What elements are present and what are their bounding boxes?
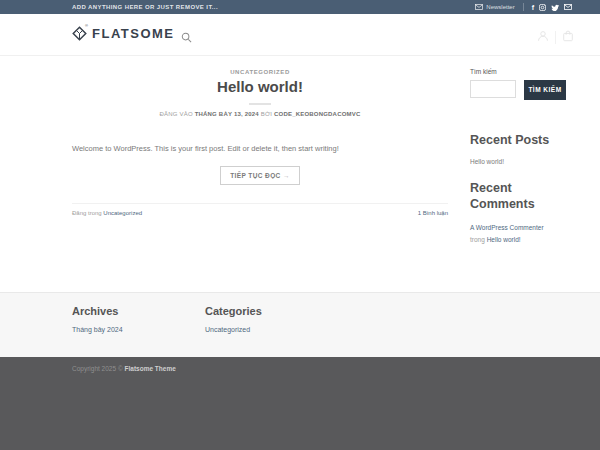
meta-posted-on: ĐĂNG VÀO — [160, 111, 193, 117]
logo-text: FLATSOME — [92, 26, 175, 41]
facebook-icon[interactable]: f — [532, 4, 534, 11]
post-footer-meta: Đăng trong Uncategorized 1 Bình luận — [72, 203, 448, 216]
site-logo[interactable]: ® FLATSOME — [72, 26, 175, 41]
read-more-button[interactable]: TIẾP TỤC ĐỌC → — [220, 166, 300, 185]
envelope-icon — [475, 4, 483, 10]
comment-in-label: trong — [470, 236, 485, 243]
comment-author-link[interactable]: A WordPress Commenter — [470, 224, 544, 231]
categories-link[interactable]: Uncategorized — [205, 326, 262, 333]
search-icon[interactable] — [181, 29, 192, 47]
post-title[interactable]: Hello world! — [72, 78, 448, 95]
comment-post-link[interactable]: Hello world! — [487, 236, 521, 243]
recent-comment-item: A WordPress Commenter trong Hello world! — [470, 222, 568, 245]
site-header: ® FLATSOME — [0, 14, 600, 56]
topbar-announcement: ADD ANYTHING HERE OR JUST REMOVE IT... — [72, 4, 218, 10]
topbar-right: Newsletter f — [475, 3, 572, 11]
account-icon[interactable] — [537, 28, 549, 46]
posted-in-label: Đăng trong — [72, 210, 102, 216]
search-widget: TÌM KIẾM — [470, 80, 568, 100]
newsletter-link[interactable]: Newsletter — [475, 4, 514, 10]
twitter-icon[interactable] — [551, 4, 559, 11]
recent-post-link[interactable]: Hello world! — [470, 158, 568, 165]
logo-registered-mark: ® — [85, 23, 88, 28]
header-right-icons — [537, 28, 574, 46]
posted-in-category-link[interactable]: Uncategorized — [103, 210, 142, 216]
topbar: ADD ANYTHING HERE OR JUST REMOVE IT... N… — [0, 0, 600, 14]
newsletter-label: Newsletter — [486, 4, 514, 10]
copyright-text: Copyright 2025 © Flatsome Theme — [72, 365, 176, 372]
meta-by: BỞI — [261, 111, 272, 117]
footer-widgets: Archives Tháng bảy 2024 Categories Uncat… — [0, 292, 600, 357]
meta-date-value[interactable]: THÁNG BẢY 13, 2024 — [195, 111, 259, 117]
categories-title: Categories — [205, 305, 262, 317]
copyright-brand: Flatsome Theme — [125, 365, 176, 372]
posted-in: Đăng trong Uncategorized — [72, 210, 142, 216]
cart-icon[interactable] — [562, 28, 574, 46]
header-icon-divider — [555, 31, 556, 44]
post-category-link[interactable]: UNCATEGORIZED — [230, 69, 290, 75]
archives-link[interactable]: Tháng bảy 2024 — [72, 326, 123, 333]
flatsome-blog-page: ADD ANYTHING HERE OR JUST REMOVE IT... N… — [0, 0, 600, 450]
read-more-wrap: TIẾP TỤC ĐỌC → — [72, 164, 448, 185]
sidebar-search-input[interactable] — [470, 80, 516, 98]
search-widget-label: Tìm kiếm — [470, 68, 568, 75]
dark-footer: Copyright 2025 © Flatsome Theme — [0, 357, 600, 450]
recent-posts-title: Recent Posts — [470, 133, 568, 149]
archives-widget: Archives Tháng bảy 2024 — [72, 293, 123, 333]
main-content: UNCATEGORIZED Hello world! ĐĂNG VÀO THÁN… — [0, 56, 600, 292]
archives-title: Archives — [72, 305, 123, 317]
sidebar: Tìm kiếm TÌM KIẾM Recent Posts Hello wor… — [470, 56, 568, 246]
flatsome-logo-icon — [72, 26, 87, 41]
recent-comments-title: Recent Comments — [470, 181, 568, 212]
meta-author[interactable]: CODE_KEOBONGDACOMVC — [274, 111, 360, 117]
comments-count-link[interactable]: 1 Bình luận — [418, 210, 448, 216]
title-divider — [249, 103, 271, 105]
post-excerpt: Welcome to WordPress. This is your first… — [72, 143, 448, 154]
post-category-label: UNCATEGORIZED — [72, 69, 448, 75]
sidebar-search-button[interactable]: TÌM KIẾM — [524, 80, 566, 100]
instagram-icon[interactable] — [539, 4, 546, 11]
categories-widget: Categories Uncategorized — [205, 293, 262, 333]
arrow-right-icon: → — [283, 172, 290, 179]
post-article: UNCATEGORIZED Hello world! ĐĂNG VÀO THÁN… — [72, 56, 448, 216]
post-meta-date: ĐĂNG VÀO THÁNG BẢY 13, 2024 BỞI CODE_KEO… — [72, 111, 448, 117]
email-icon[interactable] — [564, 4, 572, 10]
topbar-divider — [523, 3, 524, 11]
copyright-prefix: Copyright 2025 © — [72, 365, 125, 372]
